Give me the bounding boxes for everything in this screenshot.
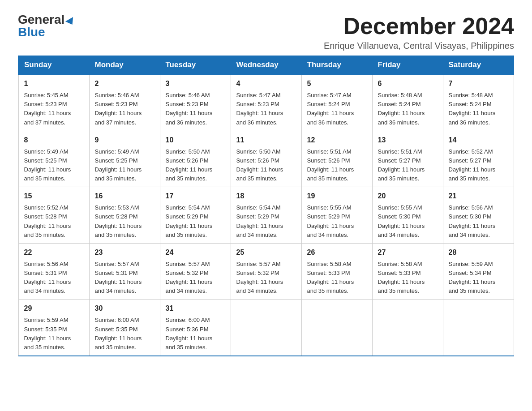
table-row: 6Sunrise: 5:48 AMSunset: 5:24 PMDaylight…	[372, 74, 443, 131]
table-row: 29Sunrise: 5:59 AMSunset: 5:35 PMDayligh…	[18, 300, 89, 356]
table-row: 7Sunrise: 5:48 AMSunset: 5:24 PMDaylight…	[443, 74, 514, 131]
day-info: Sunrise: 5:48 AMSunset: 5:24 PMDaylight:…	[378, 91, 438, 127]
logo-blue-row: Blue	[18, 26, 45, 39]
table-row: 14Sunrise: 5:52 AMSunset: 5:27 PMDayligh…	[443, 131, 514, 187]
logo-triangle-icon	[65, 17, 76, 27]
table-row: 11Sunrise: 5:50 AMSunset: 5:26 PMDayligh…	[231, 131, 301, 187]
day-number: 29	[24, 303, 84, 314]
day-number: 6	[378, 78, 438, 89]
calendar-header-row: Sunday Monday Tuesday Wednesday Thursday…	[18, 56, 514, 75]
day-number: 5	[307, 78, 367, 89]
table-row: 30Sunrise: 6:00 AMSunset: 5:35 PMDayligh…	[89, 300, 160, 356]
location-subtitle: Enrique Villanueva, Central Visayas, Phi…	[324, 41, 514, 51]
table-row: 1Sunrise: 5:45 AMSunset: 5:23 PMDaylight…	[18, 74, 89, 131]
day-number: 17	[166, 191, 225, 201]
day-number: 31	[166, 303, 225, 314]
day-number: 26	[307, 247, 367, 258]
day-number: 14	[449, 135, 508, 146]
day-info: Sunrise: 5:51 AMSunset: 5:27 PMDaylight:…	[378, 147, 438, 184]
day-info: Sunrise: 5:53 AMSunset: 5:28 PMDaylight:…	[95, 203, 154, 240]
day-info: Sunrise: 5:59 AMSunset: 5:35 PMDaylight:…	[24, 316, 84, 352]
calendar-week-row: 29Sunrise: 5:59 AMSunset: 5:35 PMDayligh…	[18, 300, 514, 356]
day-info: Sunrise: 5:58 AMSunset: 5:33 PMDaylight:…	[378, 260, 438, 296]
day-number: 20	[378, 191, 438, 201]
col-sunday: Sunday	[18, 56, 89, 75]
title-block: December 2024 Enrique Villanueva, Centra…	[324, 13, 514, 51]
table-row: 27Sunrise: 5:58 AMSunset: 5:33 PMDayligh…	[372, 243, 443, 300]
day-number: 9	[95, 135, 154, 146]
day-info: Sunrise: 5:47 AMSunset: 5:23 PMDaylight:…	[236, 91, 296, 127]
day-info: Sunrise: 5:54 AMSunset: 5:29 PMDaylight:…	[236, 203, 296, 240]
day-number: 25	[236, 247, 296, 258]
day-info: Sunrise: 5:46 AMSunset: 5:23 PMDaylight:…	[95, 91, 154, 127]
day-number: 22	[24, 247, 84, 258]
day-number: 21	[449, 191, 508, 201]
table-row: 17Sunrise: 5:54 AMSunset: 5:29 PMDayligh…	[160, 187, 231, 244]
day-number: 18	[236, 191, 296, 201]
col-saturday: Saturday	[443, 56, 514, 75]
table-row: 18Sunrise: 5:54 AMSunset: 5:29 PMDayligh…	[231, 187, 301, 244]
day-info: Sunrise: 5:50 AMSunset: 5:26 PMDaylight:…	[236, 147, 296, 184]
day-info: Sunrise: 5:57 AMSunset: 5:31 PMDaylight:…	[95, 260, 154, 296]
day-info: Sunrise: 5:57 AMSunset: 5:32 PMDaylight:…	[236, 260, 296, 296]
col-tuesday: Tuesday	[160, 56, 231, 75]
calendar-table: Sunday Monday Tuesday Wednesday Thursday…	[18, 56, 514, 356]
day-info: Sunrise: 5:49 AMSunset: 5:25 PMDaylight:…	[24, 147, 84, 184]
logo-blue-text: Blue	[18, 25, 45, 39]
calendar-week-row: 1Sunrise: 5:45 AMSunset: 5:23 PMDaylight…	[18, 74, 514, 131]
day-number: 28	[449, 247, 508, 258]
day-number: 7	[449, 78, 508, 89]
day-number: 30	[95, 303, 154, 314]
calendar-week-row: 15Sunrise: 5:52 AMSunset: 5:28 PMDayligh…	[18, 187, 514, 244]
day-number: 3	[166, 78, 225, 89]
day-info: Sunrise: 5:50 AMSunset: 5:26 PMDaylight:…	[166, 147, 225, 184]
page-header: General Blue December 2024 Enrique Villa…	[18, 13, 514, 51]
col-monday: Monday	[89, 56, 160, 75]
day-number: 8	[24, 135, 84, 146]
day-info: Sunrise: 5:55 AMSunset: 5:29 PMDaylight:…	[307, 203, 367, 240]
table-row: 12Sunrise: 5:51 AMSunset: 5:26 PMDayligh…	[301, 131, 372, 187]
day-number: 12	[307, 135, 367, 146]
table-row: 21Sunrise: 5:56 AMSunset: 5:30 PMDayligh…	[443, 187, 514, 244]
table-row: 15Sunrise: 5:52 AMSunset: 5:28 PMDayligh…	[18, 187, 89, 244]
day-info: Sunrise: 5:55 AMSunset: 5:30 PMDaylight:…	[378, 203, 438, 240]
table-row: 8Sunrise: 5:49 AMSunset: 5:25 PMDaylight…	[18, 131, 89, 187]
table-row: 23Sunrise: 5:57 AMSunset: 5:31 PMDayligh…	[89, 243, 160, 300]
table-row: 22Sunrise: 5:56 AMSunset: 5:31 PMDayligh…	[18, 243, 89, 300]
table-row: 5Sunrise: 5:47 AMSunset: 5:24 PMDaylight…	[301, 74, 372, 131]
day-number: 10	[166, 135, 225, 146]
table-row: 28Sunrise: 5:59 AMSunset: 5:34 PMDayligh…	[443, 243, 514, 300]
day-number: 15	[24, 191, 84, 201]
col-wednesday: Wednesday	[231, 56, 301, 75]
table-row: 10Sunrise: 5:50 AMSunset: 5:26 PMDayligh…	[160, 131, 231, 187]
table-row: 25Sunrise: 5:57 AMSunset: 5:32 PMDayligh…	[231, 243, 301, 300]
table-row: 26Sunrise: 5:58 AMSunset: 5:33 PMDayligh…	[301, 243, 372, 300]
table-row: 3Sunrise: 5:46 AMSunset: 5:23 PMDaylight…	[160, 74, 231, 131]
day-info: Sunrise: 6:00 AMSunset: 5:35 PMDaylight:…	[95, 316, 154, 352]
col-thursday: Thursday	[301, 56, 372, 75]
logo: General Blue	[18, 13, 75, 39]
day-number: 27	[378, 247, 438, 258]
day-number: 2	[95, 78, 154, 89]
table-row	[443, 300, 514, 356]
table-row: 2Sunrise: 5:46 AMSunset: 5:23 PMDaylight…	[89, 74, 160, 131]
day-number: 1	[24, 78, 84, 89]
month-title: December 2024	[324, 13, 514, 39]
day-info: Sunrise: 5:52 AMSunset: 5:27 PMDaylight:…	[449, 147, 508, 184]
calendar-week-row: 8Sunrise: 5:49 AMSunset: 5:25 PMDaylight…	[18, 131, 514, 187]
day-info: Sunrise: 6:00 AMSunset: 5:36 PMDaylight:…	[166, 316, 225, 352]
logo-general-row: General	[18, 13, 75, 26]
day-number: 11	[236, 135, 296, 146]
day-info: Sunrise: 5:58 AMSunset: 5:33 PMDaylight:…	[307, 260, 367, 296]
calendar-week-row: 22Sunrise: 5:56 AMSunset: 5:31 PMDayligh…	[18, 243, 514, 300]
day-info: Sunrise: 5:52 AMSunset: 5:28 PMDaylight:…	[24, 203, 84, 240]
table-row	[372, 300, 443, 356]
day-info: Sunrise: 5:51 AMSunset: 5:26 PMDaylight:…	[307, 147, 367, 184]
day-number: 13	[378, 135, 438, 146]
col-friday: Friday	[372, 56, 443, 75]
day-number: 16	[95, 191, 154, 201]
table-row: 20Sunrise: 5:55 AMSunset: 5:30 PMDayligh…	[372, 187, 443, 244]
day-info: Sunrise: 5:48 AMSunset: 5:24 PMDaylight:…	[449, 91, 508, 127]
day-info: Sunrise: 5:56 AMSunset: 5:31 PMDaylight:…	[24, 260, 84, 296]
day-info: Sunrise: 5:45 AMSunset: 5:23 PMDaylight:…	[24, 91, 84, 127]
